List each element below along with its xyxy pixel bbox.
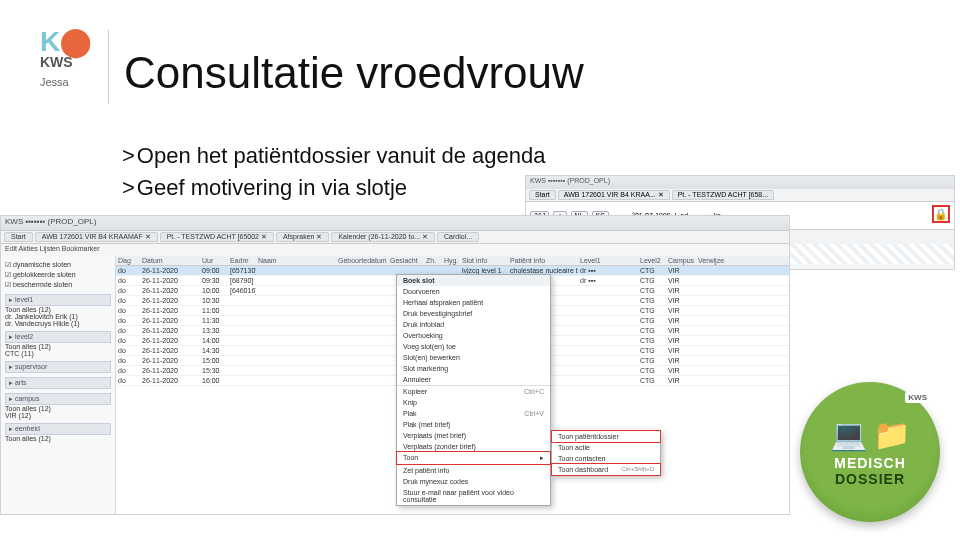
menu-item[interactable]: Doorvoeren <box>397 286 550 297</box>
menu-item[interactable]: Verplaats (met brief) <box>397 430 550 441</box>
menu-item[interactable]: KopieerCtrl+C <box>397 385 550 397</box>
submenu-item[interactable]: Toon dashboardCtrl+Shift+D <box>551 463 661 476</box>
col-header[interactable]: Level2 <box>638 256 666 265</box>
lock-highlight-box: 🔒 <box>932 205 950 223</box>
check-blocked-slot[interactable]: geblokkeerde sloten <box>5 270 111 280</box>
col-header[interactable]: Patiënt info <box>508 256 578 265</box>
tab-patient[interactable]: Pt. - TESTZWD ACHT [658... <box>672 190 774 200</box>
tab-start[interactable]: Start <box>529 190 556 200</box>
tab-awb-agenda[interactable]: AWB 172601 VIR B4 KRAA... ✕ <box>558 190 670 200</box>
section-level2[interactable]: ▸ level2 <box>5 331 111 343</box>
badge-mini-logo: KWS <box>905 392 930 403</box>
col-header[interactable]: Hyg. <box>442 256 460 265</box>
sidebar-item[interactable]: Toon alles (12) <box>5 435 111 442</box>
menu-item[interactable]: Druk bevestigingsbrief <box>397 308 550 319</box>
menu-item[interactable]: PlakCtrl+V <box>397 408 550 419</box>
menu-item[interactable]: Toon▸ <box>396 451 551 465</box>
menu-item[interactable]: Zet patiënt info <box>397 464 550 476</box>
medisch-dossier-badge: KWS 💻 📁 MEDISCH DOSSIER <box>800 382 940 522</box>
tab-kalender[interactable]: Kalender (26-11-2020 to... ✕ <box>331 232 435 242</box>
sidebar-item[interactable]: dr. Jankelovitch Erik (1) <box>5 313 111 320</box>
check-dyn-slot[interactable]: dynamische sloten <box>5 260 111 270</box>
col-header[interactable]: Datum <box>140 256 200 265</box>
logo-divider <box>108 30 109 104</box>
lock-icon[interactable]: 🔒 <box>934 208 948 221</box>
check-protected-slot[interactable]: beschermde sloten <box>5 280 111 290</box>
submenu-item[interactable]: Toon actie <box>552 442 660 453</box>
menu-item[interactable]: Knip <box>397 397 550 408</box>
section-eenheid[interactable]: ▸ eenheid <box>5 423 111 435</box>
sidebar-item[interactable]: CTC (11) <box>5 350 111 357</box>
col-header[interactable]: Level1 <box>578 256 638 265</box>
menu-item[interactable]: Slot(en) bewerken <box>397 352 550 363</box>
tab-pt[interactable]: Pt. - TESTZWD ACHT [65002 ✕ <box>160 232 274 242</box>
col-header[interactable]: Dag <box>116 256 140 265</box>
context-menu-header: Boek slot <box>397 275 550 286</box>
badge-icons: 💻 📁 <box>830 417 910 452</box>
col-header[interactable]: Verwijze <box>696 256 736 265</box>
main-titlebar: KWS ▪▪▪▪▪▪▪ (PROD_OPL) <box>1 216 789 230</box>
app-titlebar: KWS ▪▪▪▪▪▪▪ (PROD_OPL) <box>526 176 954 189</box>
menu-item[interactable]: Herhaal afspraken patiënt <box>397 297 550 308</box>
screenshot-agenda-app: KWS ▪▪▪▪▪▪▪ (PROD_OPL) Start AWB 172601 … <box>0 215 790 515</box>
col-header[interactable]: Geslacht <box>388 256 424 265</box>
sidebar-item[interactable]: Toon alles (12) <box>5 306 111 313</box>
sidebar-item[interactable]: VIR (12) <box>5 412 111 419</box>
menubar[interactable]: Edit Akties Lijsten Bookmarker <box>1 244 789 256</box>
menu-item[interactable]: Druk infoblad <box>397 319 550 330</box>
logo-jessa-text: Jessa <box>40 76 100 88</box>
tab-start[interactable]: Start <box>4 232 33 242</box>
app-tabs: Start AWB 172601 VIR B4 KRAA... ✕ Pt. - … <box>526 189 954 202</box>
tab-cardiol[interactable]: Cardiol... <box>437 232 479 242</box>
logo-block: K⬤ KWS Jessa <box>40 25 100 88</box>
menu-item[interactable]: Overboeking <box>397 330 550 341</box>
sidebar-item[interactable]: Toon alles (12) <box>5 405 111 412</box>
slide-title: Consultatie vroedvrouw <box>124 48 584 98</box>
body-line-2: Geef motivering in via slotje <box>122 172 545 204</box>
sidebar-item[interactable]: dr. Vandecruys Hilde (1) <box>5 320 111 327</box>
section-arts[interactable]: ▸ arts <box>5 377 111 389</box>
col-header[interactable]: Campus <box>666 256 696 265</box>
folder-icon: 📁 <box>873 417 910 452</box>
col-header[interactable]: Geboortedatum <box>336 256 388 265</box>
section-level1[interactable]: ▸ level1 <box>5 294 111 306</box>
menu-item[interactable]: Plak (met brief) <box>397 419 550 430</box>
badge-line1: MEDISCH <box>834 456 906 471</box>
body-line-1: Open het patiëntdossier vanuit de agenda <box>122 140 545 172</box>
section-campus[interactable]: ▸ campus <box>5 393 111 405</box>
menu-item[interactable]: Voeg slot(en) toe <box>397 341 550 352</box>
tab-afspraken[interactable]: Afspraken ✕ <box>276 232 329 242</box>
sidebar-filters: dynamische sloten geblokkeerde sloten be… <box>1 256 116 514</box>
col-header[interactable]: Zh. <box>424 256 442 265</box>
menu-item[interactable]: Stuur e-mail naar patiënt voor video con… <box>397 487 550 505</box>
context-menu: Boek slotDoorvoerenHerhaal afspraken pat… <box>396 274 551 506</box>
logo-k-icon: K⬤ <box>40 26 91 57</box>
table-header: DagDatumUurEadnrNaamGeboortedatumGeslach… <box>116 256 789 266</box>
menu-item[interactable]: Druk mynexuz codes <box>397 476 550 487</box>
menu-item[interactable]: Annuleer <box>397 374 550 385</box>
col-header[interactable]: Slot info <box>460 256 508 265</box>
menu-item[interactable]: Slot markering <box>397 363 550 374</box>
col-header[interactable]: Eadnr <box>228 256 256 265</box>
col-header[interactable]: Uur <box>200 256 228 265</box>
col-header[interactable]: Naam <box>256 256 336 265</box>
agenda-table-area: DagDatumUurEadnrNaamGeboortedatumGeslach… <box>116 256 789 514</box>
sidebar-item[interactable]: Toon alles (12) <box>5 343 111 350</box>
badge-line2: DOSSIER <box>834 472 906 487</box>
laptop-icon: 💻 <box>830 417 867 452</box>
tab-awb[interactable]: AWB 172601 VIR B4 KRAAMAF ✕ <box>35 232 158 242</box>
slide-body: Open het patiëntdossier vanuit de agenda… <box>122 140 545 204</box>
section-supervisor[interactable]: ▸ supervisor <box>5 361 111 373</box>
main-tabs: Start AWB 172601 VIR B4 KRAAMAF ✕ Pt. - … <box>1 230 789 244</box>
context-submenu-toon: Toon patiëntdossierToon actieToon contac… <box>551 430 661 476</box>
